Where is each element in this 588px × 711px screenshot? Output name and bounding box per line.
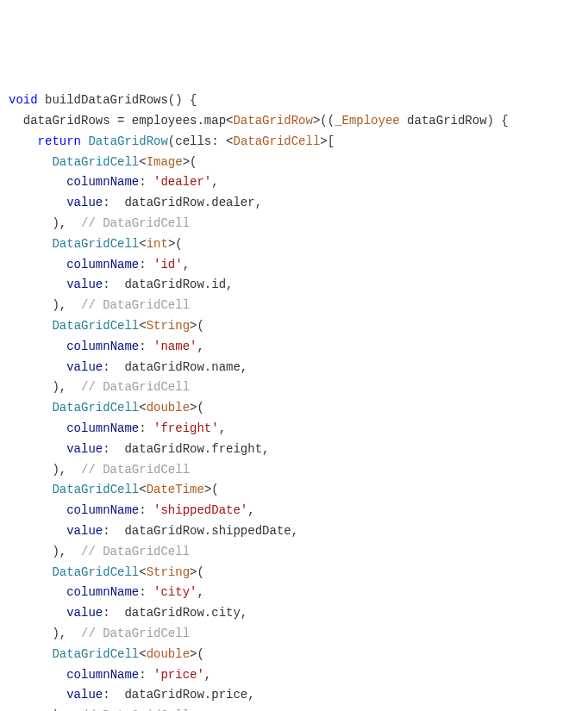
type-string: String [147, 565, 190, 579]
type-datagridcell: DataGridCell [52, 237, 139, 251]
type-datagridcell: DataGridCell [52, 565, 139, 579]
text: dataGridRow) { [400, 114, 509, 128]
colon: : [103, 278, 117, 291]
close: ), [9, 545, 81, 558]
param-value: value [66, 360, 103, 374]
type-datagridcell: DataGridCell [52, 483, 139, 496]
comma: , [197, 585, 203, 599]
close: ), [9, 216, 81, 230]
type-int: int [147, 237, 168, 251]
text: >[ [320, 134, 335, 148]
type-datetime: DateTime [147, 483, 204, 496]
indent [9, 237, 52, 251]
lt: < [139, 647, 146, 661]
comment: // DataGridCell [81, 463, 190, 477]
line: DataGridCell<DateTime>( [9, 483, 219, 496]
comment: // DataGridCell [81, 298, 190, 312]
string-dealer: 'dealer' [153, 175, 211, 189]
string-price: 'price' [153, 668, 204, 682]
colon: : [139, 421, 153, 435]
indent [9, 401, 52, 415]
indent [9, 258, 66, 271]
indent [9, 585, 66, 599]
expr: dataGridRow.name, [117, 360, 247, 374]
gt: >( [168, 237, 183, 251]
param-columnname: columnName [66, 340, 139, 353]
lt: < [139, 401, 146, 415]
lt: < [139, 155, 146, 169]
line: void buildDataGridRows() { [9, 93, 197, 107]
comma: , [183, 258, 190, 271]
colon: : [139, 258, 153, 271]
indent [9, 647, 52, 661]
colon: : [103, 360, 117, 374]
param-value: value [66, 442, 103, 456]
param-columnname: columnName [66, 175, 139, 189]
expr: dataGridRow.dealer, [117, 196, 262, 209]
string-shippeddate: 'shippedDate' [153, 503, 247, 517]
indent [9, 196, 66, 209]
colon: : [139, 585, 153, 599]
keyword-void: void [9, 93, 38, 107]
line: ), // DataGridCell [9, 627, 190, 640]
type-double: double [147, 647, 190, 661]
indent [9, 319, 52, 333]
gt: >( [190, 565, 204, 579]
param-value: value [66, 196, 103, 209]
line: DataGridCell<double>( [9, 647, 204, 661]
type-datagridcell: DataGridCell [52, 647, 139, 661]
param-columnname: columnName [66, 503, 139, 517]
line: dataGridRows = employees.map<DataGridRow… [9, 114, 509, 128]
string-id: 'id' [153, 258, 183, 271]
colon: : [103, 442, 117, 456]
colon: : [139, 668, 153, 682]
close: ), [9, 380, 81, 394]
colon: : [139, 503, 153, 517]
param-value: value [66, 278, 103, 291]
comment: // DataGridCell [81, 380, 190, 394]
gt: >( [190, 647, 204, 661]
line: value: dataGridRow.name, [9, 360, 247, 374]
line: DataGridCell<int>( [9, 237, 183, 251]
param-value: value [66, 688, 103, 702]
type-employee: _Employee [335, 114, 400, 128]
text: >(( [313, 114, 335, 128]
indent [9, 606, 66, 620]
line: ), // DataGridCell [9, 298, 190, 312]
indent [9, 524, 66, 538]
indent [9, 360, 66, 374]
indent [9, 483, 52, 496]
colon: : [103, 524, 117, 538]
line: columnName: 'name', [9, 340, 204, 353]
colon: : [103, 196, 117, 209]
line: ), // DataGridCell [9, 463, 190, 477]
text: dataGridRows = employees.map< [9, 114, 233, 128]
param-columnname: columnName [66, 258, 139, 271]
indent [9, 688, 66, 702]
line: columnName: 'price', [9, 668, 211, 682]
fn-decl: buildDataGridRows() { [38, 93, 197, 107]
comma: , [197, 340, 203, 353]
indent [9, 421, 66, 435]
type-datagridrow: DataGridRow [233, 114, 312, 128]
type-datagridcell: DataGridCell [52, 155, 139, 169]
type-image: Image [147, 155, 183, 169]
line: value: dataGridRow.id, [9, 278, 233, 291]
line: DataGridCell<String>( [9, 565, 204, 579]
line: ), // DataGridCell [9, 545, 190, 558]
type-datagridcell: DataGridCell [52, 401, 139, 415]
colon: : [139, 340, 153, 353]
close: ), [9, 298, 81, 312]
close: ), [9, 627, 81, 640]
indent [9, 565, 52, 579]
comma: , [204, 668, 211, 682]
gt: >( [190, 319, 204, 333]
lt: < [139, 565, 146, 579]
type-double: double [147, 401, 190, 415]
line: columnName: 'shippedDate', [9, 503, 255, 517]
line: value: dataGridRow.dealer, [9, 196, 262, 209]
gt: >( [190, 401, 204, 415]
comment: // DataGridCell [81, 216, 190, 230]
line: value: dataGridRow.freight, [9, 442, 269, 456]
indent [9, 155, 52, 169]
